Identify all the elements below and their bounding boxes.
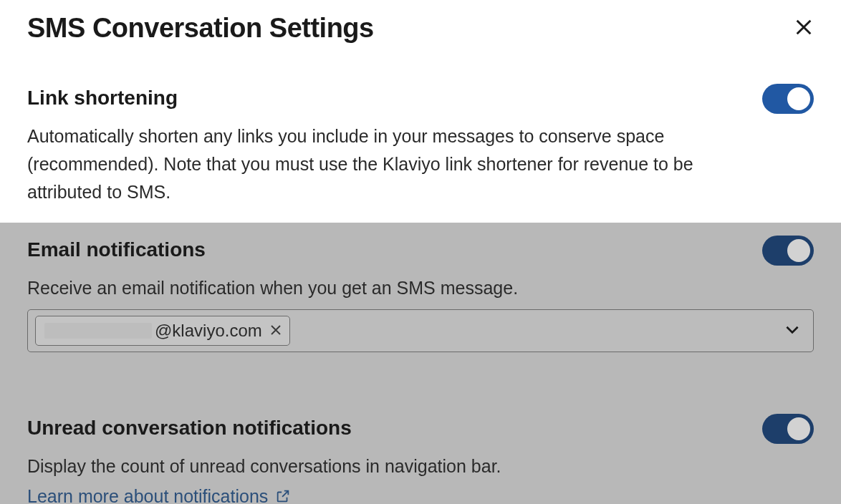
modal-title: SMS Conversation Settings [27, 13, 374, 44]
disabled-overlay-area: Email notifications Receive an email not… [0, 223, 841, 504]
email-notifications-toggle[interactable] [762, 236, 814, 266]
unread-notifications-section: Unread conversation notifications Displa… [0, 365, 841, 504]
toggle-knob [787, 87, 810, 110]
chevron-down-icon [783, 320, 802, 341]
remove-email-button[interactable] [269, 321, 282, 341]
email-recipient-select[interactable]: @klaviyo.com [27, 309, 814, 352]
external-link-icon [275, 488, 291, 504]
email-notifications-section: Email notifications Receive an email not… [0, 223, 841, 365]
link-shortening-section: Link shortening Automatically shorten an… [0, 51, 841, 223]
unread-notifications-title: Unread conversation notifications [27, 417, 352, 440]
unread-notifications-toggle[interactable] [762, 414, 814, 444]
close-button[interactable] [794, 17, 814, 40]
toggle-knob [787, 239, 810, 262]
redacted-email-prefix [44, 323, 152, 339]
link-shortening-desc: Automatically shorten any links you incl… [27, 122, 744, 205]
sms-settings-modal: SMS Conversation Settings Link shortenin… [0, 0, 841, 504]
email-notifications-desc: Receive an email notification when you g… [27, 274, 744, 302]
email-notifications-title: Email notifications [27, 238, 206, 261]
close-icon [794, 17, 814, 40]
modal-header: SMS Conversation Settings [0, 0, 841, 51]
learn-more-link[interactable]: Learn more about notifications [27, 486, 291, 504]
link-shortening-toggle[interactable] [762, 84, 814, 114]
toggle-knob [787, 417, 810, 440]
email-suffix: @klaviyo.com [155, 321, 262, 341]
learn-more-text: Learn more about notifications [27, 486, 268, 504]
close-icon [269, 321, 282, 341]
email-chip: @klaviyo.com [35, 316, 290, 346]
link-shortening-title: Link shortening [27, 87, 178, 110]
unread-notifications-desc: Display the count of unread conversation… [27, 452, 744, 480]
